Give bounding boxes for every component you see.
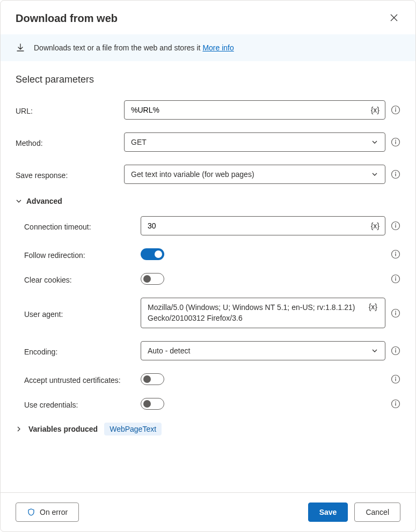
- info-icon[interactable]: [391, 249, 400, 259]
- info-icon[interactable]: [391, 346, 400, 356]
- info-icon[interactable]: [391, 137, 400, 147]
- close-icon: [390, 13, 398, 22]
- row-method: Method: GET: [16, 132, 400, 152]
- label-save-response: Save response:: [16, 169, 118, 180]
- url-input-wrap[interactable]: {x}: [124, 100, 385, 120]
- dialog-header: Download from web: [1, 1, 415, 34]
- row-accept-untrusted: Accept untrusted certificates:: [24, 373, 400, 385]
- toggle-knob: [143, 400, 151, 408]
- row-connection-timeout: Connection timeout: {x}: [24, 216, 400, 235]
- svg-point-13: [395, 252, 396, 253]
- cancel-label: Cancel: [366, 508, 389, 516]
- variables-produced-label: Variables produced: [28, 425, 98, 433]
- save-button[interactable]: Save: [308, 503, 348, 522]
- user-agent-input-wrap[interactable]: Mozilla/5.0 (Windows; U; Windows NT 5.1;…: [141, 298, 385, 328]
- save-response-value: Get text into variable (for web pages): [131, 170, 371, 179]
- shield-icon: [27, 508, 35, 516]
- row-save-response: Save response: Get text into variable (f…: [16, 165, 400, 184]
- section-title: Select parameters: [16, 74, 400, 85]
- svg-point-4: [395, 140, 396, 141]
- save-label: Save: [319, 508, 337, 516]
- svg-point-22: [395, 349, 396, 350]
- var-token-icon[interactable]: {x}: [363, 302, 383, 311]
- info-icon[interactable]: [391, 221, 400, 231]
- info-icon[interactable]: [391, 274, 400, 284]
- chevron-down-icon: [371, 347, 378, 354]
- method-value: GET: [131, 138, 371, 146]
- connection-timeout-input[interactable]: [141, 217, 366, 234]
- svg-rect-23: [395, 350, 396, 353]
- info-icon[interactable]: [391, 374, 400, 384]
- clear-cookies-toggle[interactable]: [141, 273, 164, 285]
- download-icon: [16, 43, 25, 53]
- advanced-label: Advanced: [26, 197, 62, 205]
- chevron-down-icon: [371, 138, 378, 146]
- label-accept-untrusted: Accept untrusted certificates:: [24, 374, 134, 385]
- on-error-button[interactable]: On error: [16, 503, 79, 522]
- svg-rect-11: [395, 225, 396, 228]
- cancel-button[interactable]: Cancel: [354, 503, 400, 522]
- user-agent-input[interactable]: Mozilla/5.0 (Windows; U; Windows NT 5.1;…: [148, 302, 363, 323]
- more-info-link[interactable]: More info: [202, 43, 233, 52]
- toggle-knob: [143, 375, 151, 383]
- info-icon[interactable]: [391, 399, 400, 409]
- svg-rect-8: [395, 174, 396, 176]
- svg-rect-17: [395, 278, 396, 281]
- chevron-down-icon: [371, 171, 378, 178]
- svg-point-10: [395, 224, 396, 225]
- svg-rect-26: [395, 379, 396, 381]
- label-url: URL:: [16, 105, 118, 115]
- var-token-icon[interactable]: {x}: [366, 221, 385, 230]
- row-clear-cookies: Clear cookies:: [24, 273, 400, 285]
- svg-rect-14: [395, 254, 396, 256]
- toggle-knob: [155, 250, 162, 258]
- info-banner: Downloads text or a file from the web an…: [1, 34, 415, 61]
- info-icon[interactable]: [391, 169, 400, 179]
- info-icon[interactable]: [391, 105, 400, 115]
- dialog: Download from web Downloads text or a fi…: [0, 0, 416, 532]
- encoding-select[interactable]: Auto - detect: [141, 341, 385, 360]
- svg-point-28: [395, 402, 396, 403]
- svg-point-7: [395, 172, 396, 173]
- dialog-title: Download from web: [16, 12, 118, 25]
- row-url: URL: {x}: [16, 100, 400, 120]
- advanced-toggle[interactable]: Advanced: [16, 197, 400, 205]
- svg-rect-29: [395, 403, 396, 406]
- use-credentials-toggle[interactable]: [141, 398, 164, 410]
- svg-rect-20: [395, 312, 396, 315]
- label-clear-cookies: Clear cookies:: [24, 274, 134, 284]
- svg-point-19: [395, 311, 396, 312]
- variable-pill[interactable]: WebPageText: [104, 423, 162, 435]
- label-user-agent: User agent:: [24, 308, 134, 319]
- svg-point-1: [395, 108, 396, 109]
- on-error-label: On error: [40, 508, 68, 516]
- info-icon[interactable]: [391, 308, 400, 318]
- toggle-knob: [143, 275, 151, 283]
- url-input[interactable]: [125, 101, 366, 119]
- label-use-credentials: Use credentials:: [24, 398, 134, 409]
- dialog-body: Select parameters URL: {x} Method: GET: [1, 61, 415, 492]
- svg-rect-5: [395, 142, 396, 144]
- chevron-right-icon: [16, 426, 22, 432]
- svg-point-16: [395, 277, 396, 278]
- row-use-credentials: Use credentials:: [24, 398, 400, 410]
- var-token-icon[interactable]: {x}: [366, 106, 385, 114]
- follow-redirection-toggle[interactable]: [141, 248, 164, 260]
- footer-actions: Save Cancel: [308, 503, 400, 522]
- accept-untrusted-toggle[interactable]: [141, 373, 164, 385]
- svg-point-25: [395, 377, 396, 378]
- info-banner-text: Downloads text or a file from the web an…: [34, 43, 234, 52]
- close-button[interactable]: [388, 11, 400, 26]
- label-method: Method:: [16, 137, 118, 147]
- method-select[interactable]: GET: [124, 132, 385, 152]
- save-response-select[interactable]: Get text into variable (for web pages): [124, 165, 385, 184]
- variables-produced-row[interactable]: Variables produced WebPageText: [16, 423, 400, 435]
- dialog-footer: On error Save Cancel: [1, 492, 415, 531]
- row-follow-redirection: Follow redirection:: [24, 248, 400, 260]
- svg-rect-2: [395, 109, 396, 112]
- label-connection-timeout: Connection timeout:: [24, 220, 134, 231]
- chevron-down-icon: [16, 198, 22, 204]
- row-user-agent: User agent: Mozilla/5.0 (Windows; U; Win…: [24, 298, 400, 328]
- row-encoding: Encoding: Auto - detect: [24, 341, 400, 360]
- connection-timeout-input-wrap[interactable]: {x}: [141, 216, 385, 235]
